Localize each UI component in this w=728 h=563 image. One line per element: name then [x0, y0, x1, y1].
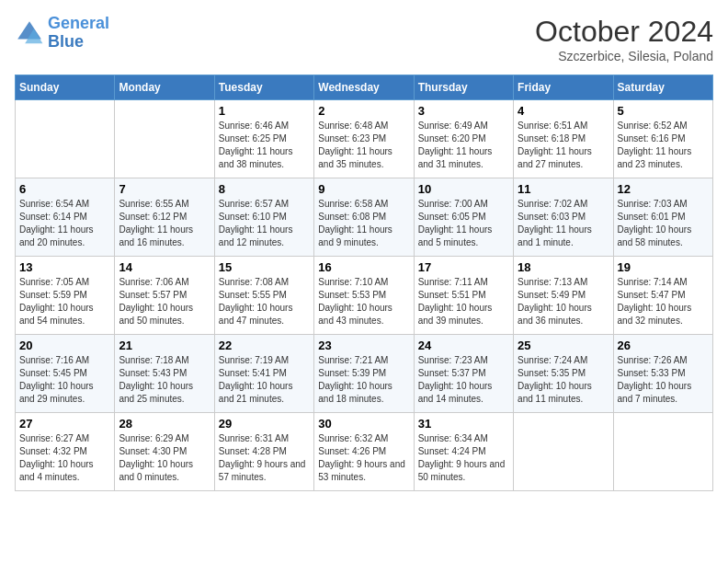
day-number: 25 — [518, 339, 609, 352]
page-header: General Blue October 2024 Szczerbice, Si… — [15, 15, 713, 63]
day-number: 7 — [119, 182, 210, 196]
title-block: October 2024 Szczerbice, Silesia, Poland — [535, 15, 713, 63]
month-title: October 2024 — [535, 15, 713, 49]
day-number: 10 — [418, 182, 509, 196]
day-number: 28 — [119, 417, 210, 431]
calendar-cell: 5Sunrise: 6:52 AM Sunset: 6:16 PM Daylig… — [613, 100, 712, 178]
calendar-cell: 26Sunrise: 7:26 AM Sunset: 5:33 PM Dayli… — [613, 335, 712, 413]
calendar-cell: 23Sunrise: 7:21 AM Sunset: 5:39 PM Dayli… — [314, 335, 414, 413]
day-info: Sunrise: 6:57 AM Sunset: 6:10 PM Dayligh… — [219, 198, 310, 249]
day-number: 2 — [318, 104, 409, 118]
day-header-wednesday: Wednesday — [314, 75, 414, 100]
day-number: 27 — [19, 417, 110, 431]
day-number: 1 — [219, 104, 310, 118]
location: Szczerbice, Silesia, Poland — [535, 49, 713, 63]
day-number: 6 — [19, 182, 110, 196]
day-header-saturday: Saturday — [613, 75, 712, 100]
day-number: 17 — [418, 260, 509, 274]
calendar-cell: 14Sunrise: 7:06 AM Sunset: 5:57 PM Dayli… — [115, 257, 214, 335]
day-info: Sunrise: 6:34 AM Sunset: 4:24 PM Dayligh… — [418, 432, 509, 484]
day-info: Sunrise: 7:14 AM Sunset: 5:47 PM Dayligh… — [618, 276, 709, 327]
calendar-cell: 8Sunrise: 6:57 AM Sunset: 6:10 PM Daylig… — [214, 178, 313, 257]
week-row-1: 1Sunrise: 6:46 AM Sunset: 6:25 PM Daylig… — [16, 100, 713, 178]
day-number: 11 — [518, 182, 609, 196]
day-info: Sunrise: 7:13 AM Sunset: 5:49 PM Dayligh… — [518, 276, 609, 327]
day-info: Sunrise: 7:18 AM Sunset: 5:43 PM Dayligh… — [119, 354, 210, 406]
day-info: Sunrise: 6:54 AM Sunset: 6:14 PM Dayligh… — [19, 198, 110, 249]
day-number: 23 — [318, 339, 409, 352]
day-info: Sunrise: 7:21 AM Sunset: 5:39 PM Dayligh… — [318, 354, 409, 406]
day-number: 18 — [518, 260, 609, 274]
day-info: Sunrise: 6:58 AM Sunset: 6:08 PM Dayligh… — [318, 198, 409, 249]
day-number: 19 — [618, 260, 709, 274]
day-info: Sunrise: 6:52 AM Sunset: 6:16 PM Dayligh… — [618, 120, 709, 171]
day-header-tuesday: Tuesday — [214, 75, 313, 100]
day-number: 12 — [618, 182, 709, 196]
calendar-cell: 21Sunrise: 7:18 AM Sunset: 5:43 PM Dayli… — [115, 335, 214, 413]
calendar-cell: 22Sunrise: 7:19 AM Sunset: 5:41 PM Dayli… — [214, 335, 313, 413]
day-info: Sunrise: 6:27 AM Sunset: 4:32 PM Dayligh… — [19, 432, 110, 484]
calendar-body: 1Sunrise: 6:46 AM Sunset: 6:25 PM Daylig… — [16, 100, 713, 491]
calendar-cell — [613, 413, 712, 491]
calendar-cell — [16, 100, 115, 178]
calendar-cell: 3Sunrise: 6:49 AM Sunset: 6:20 PM Daylig… — [414, 100, 513, 178]
calendar-cell: 2Sunrise: 6:48 AM Sunset: 6:23 PM Daylig… — [314, 100, 414, 178]
calendar-cell: 28Sunrise: 6:29 AM Sunset: 4:30 PM Dayli… — [115, 413, 214, 491]
day-number: 21 — [119, 339, 210, 352]
day-info: Sunrise: 7:16 AM Sunset: 5:45 PM Dayligh… — [19, 354, 110, 406]
day-info: Sunrise: 7:10 AM Sunset: 5:53 PM Dayligh… — [318, 276, 409, 327]
calendar-cell: 31Sunrise: 6:34 AM Sunset: 4:24 PM Dayli… — [414, 413, 513, 491]
day-info: Sunrise: 7:19 AM Sunset: 5:41 PM Dayligh… — [219, 354, 310, 406]
day-number: 13 — [19, 260, 110, 274]
calendar-cell: 16Sunrise: 7:10 AM Sunset: 5:53 PM Dayli… — [314, 257, 414, 335]
day-number: 3 — [418, 104, 509, 118]
day-info: Sunrise: 7:03 AM Sunset: 6:01 PM Dayligh… — [618, 198, 709, 249]
calendar-cell: 13Sunrise: 7:05 AM Sunset: 5:59 PM Dayli… — [16, 257, 115, 335]
day-number: 24 — [418, 339, 509, 352]
day-info: Sunrise: 7:26 AM Sunset: 5:33 PM Dayligh… — [618, 354, 709, 406]
day-info: Sunrise: 6:49 AM Sunset: 6:20 PM Dayligh… — [418, 120, 509, 171]
day-number: 8 — [219, 182, 310, 196]
calendar-cell: 20Sunrise: 7:16 AM Sunset: 5:45 PM Dayli… — [16, 335, 115, 413]
calendar-cell: 9Sunrise: 6:58 AM Sunset: 6:08 PM Daylig… — [314, 178, 414, 257]
day-info: Sunrise: 7:11 AM Sunset: 5:51 PM Dayligh… — [418, 276, 509, 327]
day-info: Sunrise: 7:05 AM Sunset: 5:59 PM Dayligh… — [19, 276, 110, 327]
day-number: 29 — [219, 417, 310, 431]
logo-text: General Blue — [48, 15, 109, 52]
day-info: Sunrise: 6:48 AM Sunset: 6:23 PM Dayligh… — [318, 120, 409, 171]
day-number: 15 — [219, 260, 310, 274]
week-row-4: 20Sunrise: 7:16 AM Sunset: 5:45 PM Dayli… — [16, 335, 713, 413]
day-info: Sunrise: 6:55 AM Sunset: 6:12 PM Dayligh… — [119, 198, 210, 249]
calendar-cell: 24Sunrise: 7:23 AM Sunset: 5:37 PM Dayli… — [414, 335, 513, 413]
day-number: 20 — [19, 339, 110, 352]
week-row-5: 27Sunrise: 6:27 AM Sunset: 4:32 PM Dayli… — [16, 413, 713, 491]
day-info: Sunrise: 7:00 AM Sunset: 6:05 PM Dayligh… — [418, 198, 509, 249]
calendar-cell: 27Sunrise: 6:27 AM Sunset: 4:32 PM Dayli… — [16, 413, 115, 491]
day-number: 9 — [318, 182, 409, 196]
calendar-cell: 6Sunrise: 6:54 AM Sunset: 6:14 PM Daylig… — [16, 178, 115, 257]
calendar-cell — [514, 413, 613, 491]
calendar-table: SundayMondayTuesdayWednesdayThursdayFrid… — [15, 75, 713, 491]
day-header-friday: Friday — [514, 75, 613, 100]
calendar-cell: 18Sunrise: 7:13 AM Sunset: 5:49 PM Dayli… — [514, 257, 613, 335]
calendar-cell: 15Sunrise: 7:08 AM Sunset: 5:55 PM Dayli… — [214, 257, 313, 335]
day-number: 5 — [618, 104, 709, 118]
day-info: Sunrise: 7:24 AM Sunset: 5:35 PM Dayligh… — [518, 354, 609, 406]
calendar-cell: 17Sunrise: 7:11 AM Sunset: 5:51 PM Dayli… — [414, 257, 513, 335]
day-number: 4 — [518, 104, 609, 118]
day-number: 30 — [318, 417, 409, 431]
day-info: Sunrise: 6:31 AM Sunset: 4:28 PM Dayligh… — [219, 432, 310, 484]
calendar-cell: 29Sunrise: 6:31 AM Sunset: 4:28 PM Dayli… — [214, 413, 313, 491]
day-number: 22 — [219, 339, 310, 352]
logo-icon — [15, 18, 44, 48]
calendar-cell: 25Sunrise: 7:24 AM Sunset: 5:35 PM Dayli… — [514, 335, 613, 413]
day-number: 26 — [618, 339, 709, 352]
calendar-cell: 10Sunrise: 7:00 AM Sunset: 6:05 PM Dayli… — [414, 178, 513, 257]
day-info: Sunrise: 7:06 AM Sunset: 5:57 PM Dayligh… — [119, 276, 210, 327]
week-row-2: 6Sunrise: 6:54 AM Sunset: 6:14 PM Daylig… — [16, 178, 713, 257]
calendar-cell: 7Sunrise: 6:55 AM Sunset: 6:12 PM Daylig… — [115, 178, 214, 257]
calendar-cell: 1Sunrise: 6:46 AM Sunset: 6:25 PM Daylig… — [214, 100, 313, 178]
day-number: 14 — [119, 260, 210, 274]
day-info: Sunrise: 6:32 AM Sunset: 4:26 PM Dayligh… — [318, 432, 409, 484]
week-row-3: 13Sunrise: 7:05 AM Sunset: 5:59 PM Dayli… — [16, 257, 713, 335]
